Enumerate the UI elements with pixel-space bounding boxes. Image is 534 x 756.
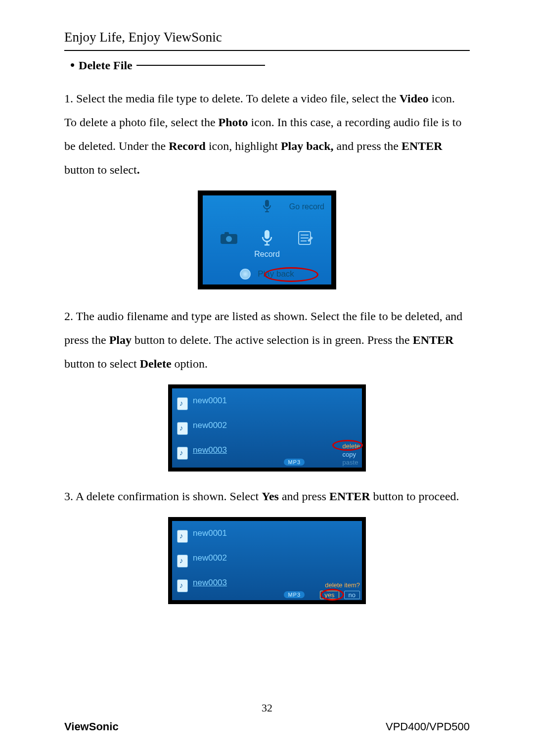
figure-file-list-context-screen: new0001 new0002 new0003 MP3 delete copy … [172,388,362,468]
section-title: Delete File [79,59,133,72]
file-row: new0002 [174,549,360,573]
header-tagline: Enjoy Life, Enjoy ViewSonic [64,30,470,45]
step3-yes: Yes [262,490,279,503]
step1-record: Record [169,140,206,152]
file-row-selected: new0003 [174,441,360,466]
confirm-yes: yes [320,591,339,599]
step1-playback: Play back, [281,140,334,152]
figure-file-list-confirm-screen: new0001 new0002 new0003 MP3 delete item?… [172,521,362,600]
step2-tail: option. [175,357,208,370]
confirm-no: no [344,591,360,599]
file-row: new0001 [174,524,360,549]
context-menu: delete copy paste [343,442,360,467]
file-name: new0003 [193,445,227,455]
svg-point-4 [226,236,232,242]
file-name: new0002 [193,553,227,563]
music-file-icon [177,422,188,435]
file-name: new0003 [193,578,227,588]
step1-video: Video [400,92,429,105]
header-rule [64,50,470,51]
svg-rect-6 [265,230,269,239]
step2-enter: ENTER [413,333,454,346]
go-record-label: Go record [289,202,324,211]
step1-enter: ENTER [401,140,443,152]
ctx-delete: delete [343,442,360,450]
step3-mid: and press [282,490,329,503]
section-delete-file: • Delete File [70,58,470,73]
confirm-question: delete item? [320,581,360,589]
camera-icon [219,229,239,247]
step-3-text: 3. A delete confirmation is shown. Selec… [64,484,470,508]
notepad-icon [295,229,315,247]
step2-m2: button to select [64,357,140,370]
figure-record-menu: Go record Record Play back [198,190,336,289]
svg-rect-0 [265,200,269,207]
mic-small-icon [262,199,272,213]
step-2-text: 2. The audio filename and type are liste… [64,304,470,376]
step3-tail: button to proceed. [373,490,459,503]
section-title-rule [136,65,265,66]
step-1-text: 1. Select the media file type to delete.… [64,87,470,182]
bullet-icon: • [70,58,75,73]
footer-brand: ViewSonic [64,720,119,733]
mic-icon [257,229,277,247]
page-footer: ViewSonic VPD400/VPD500 [64,720,470,733]
step1-period: . [137,163,140,176]
figure-file-list-context: new0001 new0002 new0003 MP3 delete copy … [168,384,366,472]
step1-prefix: 1. Select the media file type to delete.… [64,92,400,105]
music-file-icon [177,555,188,567]
file-row: new0001 [174,391,360,416]
filetype-badge: MP3 [284,591,305,598]
music-file-icon [177,530,188,543]
step3-prefix: 3. A delete confirmation is shown. Selec… [64,490,262,503]
step2-delete: Delete [140,357,172,370]
footer-model: VPD400/VPD500 [386,720,470,733]
file-row: new0002 [174,416,360,441]
step1-m3: icon, highlight [209,140,281,152]
ctx-copy: copy [343,451,360,459]
playback-circle-icon [240,269,251,280]
confirm-dialog: delete item? yes no [320,581,360,599]
record-label: Record [254,250,280,259]
step1-m4: and press the [337,140,401,152]
step1-photo: Photo [219,116,248,129]
file-name: new0001 [193,396,227,406]
playback-label: Play back [258,269,294,279]
figure-record-menu-screen: Go record Record Play back [203,195,331,284]
step2-m1: button to delete. The active selection i… [134,333,413,346]
step1-tail: button to select [64,163,137,176]
music-file-icon [177,447,188,460]
step3-enter: ENTER [329,490,370,503]
figure-file-list-confirm: new0001 new0002 new0003 MP3 delete item?… [168,517,366,604]
filetype-badge: MP3 [284,459,305,466]
page-number: 32 [0,702,534,714]
file-name: new0001 [193,528,227,538]
music-file-icon [177,579,188,592]
file-name: new0002 [193,421,227,430]
step2-play: Play [109,333,132,346]
svg-rect-5 [224,232,229,235]
music-file-icon [177,397,188,410]
ctx-paste: paste [343,459,360,467]
